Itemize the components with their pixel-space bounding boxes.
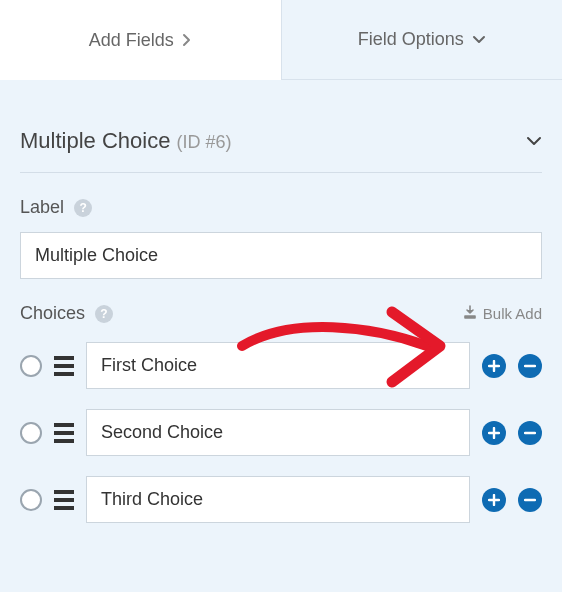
choices-header-left: Choices ? xyxy=(20,303,113,324)
label-row: Label ? xyxy=(20,197,542,218)
bulk-add-button[interactable]: Bulk Add xyxy=(463,305,542,322)
panel-title-text: Multiple Choice xyxy=(20,128,170,153)
add-choice-button[interactable] xyxy=(482,421,506,445)
add-choice-button[interactable] xyxy=(482,354,506,378)
choices-header: Choices ? Bulk Add xyxy=(20,303,542,324)
choice-default-radio[interactable] xyxy=(20,422,42,444)
panel-title: Multiple Choice (ID #6) xyxy=(20,128,232,154)
drag-handle-icon[interactable] xyxy=(54,423,74,443)
help-icon[interactable]: ? xyxy=(95,305,113,323)
choices-label: Choices xyxy=(20,303,85,324)
choice-row xyxy=(20,476,542,523)
choice-input[interactable] xyxy=(86,409,470,456)
panel-header[interactable]: Multiple Choice (ID #6) xyxy=(20,100,542,173)
tab-label: Field Options xyxy=(358,29,464,50)
choice-row xyxy=(20,342,542,389)
choice-input[interactable] xyxy=(86,342,470,389)
choice-row xyxy=(20,409,542,456)
choice-input[interactable] xyxy=(86,476,470,523)
chevron-right-icon xyxy=(182,33,192,47)
choices-field-group: Choices ? Bulk Add xyxy=(20,303,542,523)
label-text: Label xyxy=(20,197,64,218)
chevron-down-icon xyxy=(472,35,486,45)
label-input[interactable] xyxy=(20,232,542,279)
tabs-bar: Add Fields Field Options xyxy=(0,0,562,80)
remove-choice-button[interactable] xyxy=(518,421,542,445)
label-field-group: Label ? xyxy=(20,197,542,279)
bulk-add-label: Bulk Add xyxy=(483,305,542,322)
remove-choice-button[interactable] xyxy=(518,354,542,378)
choice-default-radio[interactable] xyxy=(20,355,42,377)
chevron-down-icon[interactable] xyxy=(526,136,542,147)
download-icon xyxy=(463,305,477,322)
tab-field-options[interactable]: Field Options xyxy=(282,0,563,80)
field-options-panel: Multiple Choice (ID #6) Label ? Choices … xyxy=(0,80,562,523)
panel-title-id: (ID #6) xyxy=(177,132,232,152)
add-choice-button[interactable] xyxy=(482,488,506,512)
tab-add-fields[interactable]: Add Fields xyxy=(0,0,282,80)
remove-choice-button[interactable] xyxy=(518,488,542,512)
help-icon[interactable]: ? xyxy=(74,199,92,217)
drag-handle-icon[interactable] xyxy=(54,490,74,510)
tab-label: Add Fields xyxy=(89,30,174,51)
drag-handle-icon[interactable] xyxy=(54,356,74,376)
choice-default-radio[interactable] xyxy=(20,489,42,511)
